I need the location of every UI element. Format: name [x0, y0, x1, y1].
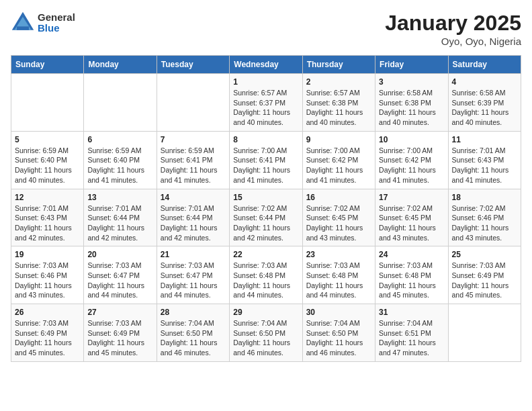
day-info: Sunrise: 7:03 AMSunset: 6:46 PMDaylight:…	[15, 261, 80, 300]
day-number: 16	[306, 193, 371, 202]
calendar-week-4: 19Sunrise: 7:03 AMSunset: 6:46 PMDayligh…	[11, 246, 521, 304]
day-number: 21	[161, 250, 226, 259]
day-number: 31	[379, 308, 444, 317]
day-info: Sunrise: 6:58 AMSunset: 6:39 PMDaylight:…	[452, 88, 517, 128]
day-info: Sunrise: 7:03 AMSunset: 6:47 PMDaylight:…	[87, 261, 152, 300]
day-number: 10	[379, 135, 444, 144]
day-number: 4	[452, 77, 517, 87]
calendar-cell: 3Sunrise: 6:58 AMSunset: 6:38 PMDaylight…	[375, 74, 448, 132]
logo-text: General Blue	[38, 12, 75, 34]
calendar-cell: 6Sunrise: 6:59 AMSunset: 6:40 PMDaylight…	[84, 131, 157, 189]
day-info: Sunrise: 7:02 AMSunset: 6:44 PMDaylight:…	[233, 203, 298, 243]
calendar-cell: 28Sunrise: 7:04 AMSunset: 6:50 PMDayligh…	[157, 304, 229, 362]
day-info: Sunrise: 7:01 AMSunset: 6:43 PMDaylight:…	[452, 146, 517, 185]
calendar-cell: 27Sunrise: 7:03 AMSunset: 6:49 PMDayligh…	[84, 304, 157, 362]
calendar-cell: 9Sunrise: 7:00 AMSunset: 6:42 PMDaylight…	[302, 131, 375, 189]
calendar-cell: 22Sunrise: 7:03 AMSunset: 6:48 PMDayligh…	[230, 246, 302, 304]
calendar-cell: 17Sunrise: 7:02 AMSunset: 6:45 PMDayligh…	[375, 189, 448, 246]
calendar-cell: 25Sunrise: 7:03 AMSunset: 6:49 PMDayligh…	[448, 246, 521, 304]
day-info: Sunrise: 7:02 AMSunset: 6:45 PMDaylight:…	[306, 203, 371, 243]
day-info: Sunrise: 7:01 AMSunset: 6:44 PMDaylight:…	[161, 203, 226, 243]
header-day-monday: Monday	[84, 56, 157, 74]
day-number: 8	[233, 135, 298, 144]
calendar-header-row: SundayMondayTuesdayWednesdayThursdayFrid…	[11, 56, 521, 74]
day-info: Sunrise: 7:03 AMSunset: 6:48 PMDaylight:…	[306, 261, 371, 300]
page-title: January 2025	[385, 11, 521, 36]
day-info: Sunrise: 6:57 AMSunset: 6:38 PMDaylight:…	[306, 88, 371, 128]
day-info: Sunrise: 7:01 AMSunset: 6:44 PMDaylight:…	[87, 203, 152, 243]
day-number: 19	[15, 250, 80, 259]
day-info: Sunrise: 7:00 AMSunset: 6:42 PMDaylight:…	[379, 146, 444, 185]
day-info: Sunrise: 7:02 AMSunset: 6:46 PMDaylight:…	[452, 203, 517, 243]
day-number: 2	[306, 77, 371, 87]
calendar-cell: 18Sunrise: 7:02 AMSunset: 6:46 PMDayligh…	[448, 189, 521, 246]
day-number: 15	[233, 193, 298, 202]
page-header: General Blue January 2025 Oyo, Oyo, Nige…	[11, 11, 521, 47]
day-info: Sunrise: 6:59 AMSunset: 6:40 PMDaylight:…	[87, 146, 152, 185]
svg-rect-2	[17, 26, 29, 30]
calendar-cell	[84, 74, 157, 132]
logo-icon	[11, 11, 35, 35]
day-info: Sunrise: 7:04 AMSunset: 6:50 PMDaylight:…	[306, 318, 371, 358]
calendar-cell: 12Sunrise: 7:01 AMSunset: 6:43 PMDayligh…	[11, 189, 84, 246]
calendar-week-1: 1Sunrise: 6:57 AMSunset: 6:37 PMDaylight…	[11, 74, 521, 132]
calendar-cell: 24Sunrise: 7:03 AMSunset: 6:48 PMDayligh…	[375, 246, 448, 304]
calendar-cell: 26Sunrise: 7:03 AMSunset: 6:49 PMDayligh…	[11, 304, 84, 362]
calendar-cell: 16Sunrise: 7:02 AMSunset: 6:45 PMDayligh…	[302, 189, 375, 246]
day-info: Sunrise: 7:00 AMSunset: 6:42 PMDaylight:…	[306, 146, 371, 185]
day-number: 1	[233, 77, 298, 87]
day-number: 14	[161, 193, 226, 202]
calendar-cell: 20Sunrise: 7:03 AMSunset: 6:47 PMDayligh…	[84, 246, 157, 304]
day-info: Sunrise: 7:04 AMSunset: 6:50 PMDaylight:…	[161, 318, 226, 358]
day-number: 11	[452, 135, 517, 144]
calendar-week-2: 5Sunrise: 6:59 AMSunset: 6:40 PMDaylight…	[11, 131, 521, 189]
calendar-cell: 21Sunrise: 7:03 AMSunset: 6:47 PMDayligh…	[157, 246, 229, 304]
day-number: 6	[87, 135, 152, 144]
calendar-cell: 23Sunrise: 7:03 AMSunset: 6:48 PMDayligh…	[302, 246, 375, 304]
logo: General Blue	[11, 11, 75, 35]
day-info: Sunrise: 6:59 AMSunset: 6:40 PMDaylight:…	[15, 146, 80, 185]
day-number: 27	[87, 308, 152, 317]
day-number: 5	[15, 135, 80, 144]
day-number: 9	[306, 135, 371, 144]
day-info: Sunrise: 7:03 AMSunset: 6:47 PMDaylight:…	[161, 261, 226, 300]
day-info: Sunrise: 6:59 AMSunset: 6:41 PMDaylight:…	[161, 146, 226, 185]
day-number: 30	[306, 308, 371, 317]
calendar-week-5: 26Sunrise: 7:03 AMSunset: 6:49 PMDayligh…	[11, 304, 521, 362]
day-info: Sunrise: 7:03 AMSunset: 6:49 PMDaylight:…	[15, 318, 80, 358]
calendar-cell: 5Sunrise: 6:59 AMSunset: 6:40 PMDaylight…	[11, 131, 84, 189]
day-number: 12	[15, 193, 80, 202]
day-number: 13	[87, 193, 152, 202]
day-number: 29	[233, 308, 298, 317]
day-info: Sunrise: 6:57 AMSunset: 6:37 PMDaylight:…	[233, 88, 298, 128]
day-number: 25	[452, 250, 517, 259]
calendar-cell: 13Sunrise: 7:01 AMSunset: 6:44 PMDayligh…	[84, 189, 157, 246]
day-info: Sunrise: 7:03 AMSunset: 6:48 PMDaylight:…	[379, 261, 444, 300]
calendar-cell: 11Sunrise: 7:01 AMSunset: 6:43 PMDayligh…	[448, 131, 521, 189]
header-day-friday: Friday	[375, 56, 448, 74]
logo-general: General	[38, 12, 75, 24]
day-info: Sunrise: 7:04 AMSunset: 6:50 PMDaylight:…	[233, 318, 298, 358]
day-number: 3	[379, 77, 444, 87]
calendar-cell: 4Sunrise: 6:58 AMSunset: 6:39 PMDaylight…	[448, 74, 521, 132]
header-day-thursday: Thursday	[302, 56, 375, 74]
header-day-sunday: Sunday	[11, 56, 84, 74]
day-number: 18	[452, 193, 517, 202]
day-number: 20	[87, 250, 152, 259]
calendar-cell	[157, 74, 229, 132]
calendar-cell: 30Sunrise: 7:04 AMSunset: 6:50 PMDayligh…	[302, 304, 375, 362]
day-info: Sunrise: 7:03 AMSunset: 6:48 PMDaylight:…	[233, 261, 298, 300]
day-number: 28	[161, 308, 226, 317]
day-number: 17	[379, 193, 444, 202]
calendar-cell: 14Sunrise: 7:01 AMSunset: 6:44 PMDayligh…	[157, 189, 229, 246]
calendar-cell	[448, 304, 521, 362]
day-info: Sunrise: 7:03 AMSunset: 6:49 PMDaylight:…	[452, 261, 517, 300]
day-number: 24	[379, 250, 444, 259]
day-number: 22	[233, 250, 298, 259]
header-day-saturday: Saturday	[448, 56, 521, 74]
calendar-cell: 15Sunrise: 7:02 AMSunset: 6:44 PMDayligh…	[230, 189, 302, 246]
header-day-tuesday: Tuesday	[157, 56, 229, 74]
calendar-cell: 1Sunrise: 6:57 AMSunset: 6:37 PMDaylight…	[230, 74, 302, 132]
day-info: Sunrise: 7:02 AMSunset: 6:45 PMDaylight:…	[379, 203, 444, 243]
calendar-cell: 10Sunrise: 7:00 AMSunset: 6:42 PMDayligh…	[375, 131, 448, 189]
